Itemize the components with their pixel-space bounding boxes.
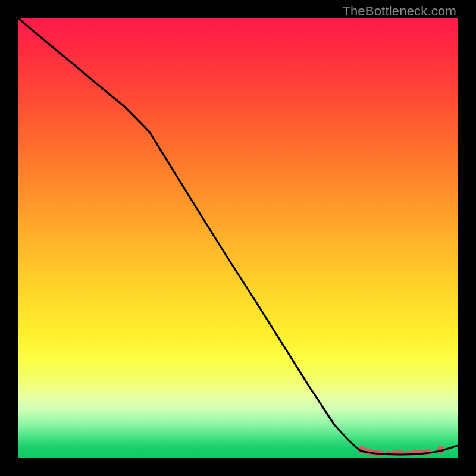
watermark-text: TheBottleneck.com xyxy=(342,4,456,19)
chart-frame: TheBottleneck.com xyxy=(0,0,476,476)
data-line xyxy=(18,18,458,455)
plot-area xyxy=(18,18,458,458)
chart-svg xyxy=(18,18,458,458)
